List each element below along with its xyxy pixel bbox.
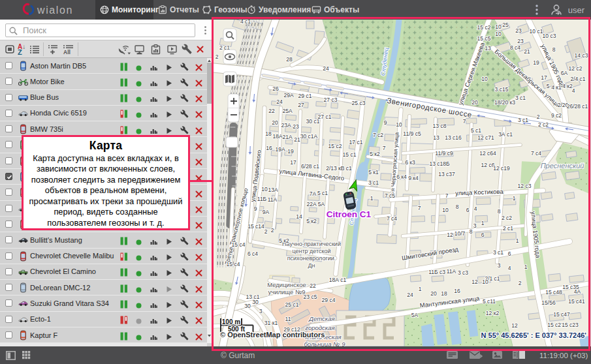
svg-text:6А: 6А xyxy=(561,70,568,76)
svg-text:N 55° 45.6265' : E 037° 33.724: N 55° 45.6265' : E 037° 33.7246' xyxy=(481,331,587,339)
svg-text:30: 30 xyxy=(252,299,259,305)
svg-text:All: All xyxy=(63,49,71,55)
svg-text:5А: 5А xyxy=(318,201,325,207)
svg-text:9: 9 xyxy=(384,119,387,126)
svg-text:6: 6 xyxy=(466,207,470,213)
svg-text:23А: 23А xyxy=(281,122,291,129)
svg-text:23: 23 xyxy=(517,38,524,44)
svg-text:16: 16 xyxy=(266,145,272,151)
svg-text:10: 10 xyxy=(481,76,488,82)
svg-text:13: 13 xyxy=(485,45,491,52)
svg-text:15 с4: 15 с4 xyxy=(232,241,246,248)
svg-text:8: 8 xyxy=(498,208,501,215)
svg-text:2: 2 xyxy=(537,114,540,120)
svg-text:Научно-практический: Научно-практический xyxy=(282,241,341,247)
svg-text:12 с3: 12 с3 xyxy=(518,183,532,189)
svg-text:5 к2: 5 к2 xyxy=(279,237,289,244)
svg-text:4 к1: 4 к1 xyxy=(551,84,562,91)
svg-text:23 с5: 23 с5 xyxy=(304,294,317,300)
svg-text:2/13 кВ с1: 2/13 кВ с1 xyxy=(326,165,352,172)
svg-text:13 с37: 13 с37 xyxy=(438,171,455,177)
svg-text:6: 6 xyxy=(508,250,511,257)
svg-text:7 с2: 7 с2 xyxy=(373,132,383,138)
svg-text:4 к2: 4 к2 xyxy=(562,83,573,89)
svg-text:28: 28 xyxy=(286,56,293,63)
svg-text:13 с18Б: 13 с18Б xyxy=(429,160,450,167)
svg-text:20: 20 xyxy=(272,119,278,126)
svg-text:18А с1: 18А с1 xyxy=(329,277,347,283)
svg-text:2: 2 xyxy=(264,228,268,235)
svg-text:11Б с3: 11Б с3 xyxy=(428,269,445,275)
svg-text:3А с1: 3А с1 xyxy=(498,131,513,138)
svg-text:20: 20 xyxy=(471,99,478,106)
svg-text:17: 17 xyxy=(290,159,296,166)
svg-text:10: 10 xyxy=(482,279,488,285)
svg-text:29 с1: 29 с1 xyxy=(298,93,312,99)
svg-text:26: 26 xyxy=(272,85,279,92)
svg-text:6 к3: 6 к3 xyxy=(405,159,415,166)
svg-text:10 с1: 10 с1 xyxy=(530,28,543,35)
svg-text:3: 3 xyxy=(473,222,477,229)
svg-text:22А: 22А xyxy=(306,201,316,207)
svg-text:30 с1А: 30 с1А xyxy=(300,133,318,140)
svg-text:Citroen C1: Citroen C1 xyxy=(327,209,372,219)
svg-text:12 с19: 12 с19 xyxy=(493,165,510,172)
svg-text:26/28 с1: 26/28 с1 xyxy=(567,103,588,110)
svg-text:18: 18 xyxy=(441,290,447,297)
svg-text:7: 7 xyxy=(463,118,466,125)
svg-text:8: 8 xyxy=(456,204,459,210)
svg-text:4 с1: 4 с1 xyxy=(240,20,251,25)
svg-text:15 с2: 15 с2 xyxy=(328,143,342,149)
svg-text:9 с2: 9 с2 xyxy=(551,112,562,119)
svg-text:30: 30 xyxy=(244,303,251,309)
svg-text:5 с1: 5 с1 xyxy=(317,190,328,196)
svg-text:5 к2: 5 к2 xyxy=(370,151,380,157)
svg-text:4: 4 xyxy=(474,205,477,212)
svg-text:8: 8 xyxy=(552,46,556,53)
svg-text:4: 4 xyxy=(508,265,511,271)
svg-text:24: 24 xyxy=(323,65,329,72)
svg-text:© OpenStreetMap contributors: © OpenStreetMap contributors xyxy=(220,331,325,339)
svg-text:21А: 21А xyxy=(282,134,292,140)
svg-text:Детская: Детская xyxy=(308,315,334,322)
svg-text:Дн: Дн xyxy=(308,262,315,269)
svg-text:10 с3: 10 с3 xyxy=(543,33,556,39)
svg-text:23: 23 xyxy=(515,27,522,34)
svg-text:12: 12 xyxy=(447,232,453,238)
svg-text:15 с47: 15 с47 xyxy=(553,311,570,318)
svg-text:4А: 4А xyxy=(574,288,581,295)
svg-text:12 к2: 12 к2 xyxy=(486,310,500,316)
svg-text:3 с1: 3 с1 xyxy=(518,117,528,123)
svg-text:7 с4: 7 с4 xyxy=(531,150,541,157)
svg-text:10: 10 xyxy=(261,186,268,192)
svg-text:18/20 к3: 18/20 к3 xyxy=(494,99,515,106)
svg-text:3: 3 xyxy=(498,262,501,269)
svg-text:25: 25 xyxy=(502,22,509,28)
svg-text:11А: 11А xyxy=(447,268,456,275)
svg-text:2 с1: 2 с1 xyxy=(503,225,513,232)
svg-text:6 с4: 6 с4 xyxy=(248,250,258,257)
svg-text:училище №9: училище №9 xyxy=(268,288,306,296)
svg-text:100 m: 100 m xyxy=(222,318,240,326)
svg-text:15 с2: 15 с2 xyxy=(477,24,491,31)
svg-text:25А: 25А xyxy=(282,108,292,114)
svg-text:12: 12 xyxy=(471,279,478,285)
svg-text:1: 1 xyxy=(419,286,422,292)
svg-text:3 с15: 3 с15 xyxy=(495,86,509,93)
svg-text:5 к2: 5 к2 xyxy=(306,218,317,224)
svg-text:16: 16 xyxy=(454,288,460,294)
svg-text:9 к4: 9 к4 xyxy=(408,175,419,181)
svg-text:15 с4: 15 с4 xyxy=(227,261,240,267)
svg-text:8 с4: 8 с4 xyxy=(510,44,520,51)
svg-text:25 с1: 25 с1 xyxy=(285,301,299,308)
svg-text:9А: 9А xyxy=(263,209,270,215)
svg-text:11Б: 11Б xyxy=(257,196,267,202)
svg-text:21: 21 xyxy=(294,136,300,143)
svg-text:психоневрологии.: психоневрологии. xyxy=(287,255,336,262)
svg-text:10/7: 10/7 xyxy=(455,230,466,237)
svg-text:25 с3: 25 с3 xyxy=(352,100,366,106)
svg-text:19: 19 xyxy=(533,59,539,66)
svg-text:17: 17 xyxy=(541,74,547,81)
svg-text:3 с3: 3 с3 xyxy=(458,269,468,276)
svg-text:18А: 18А xyxy=(272,133,282,140)
